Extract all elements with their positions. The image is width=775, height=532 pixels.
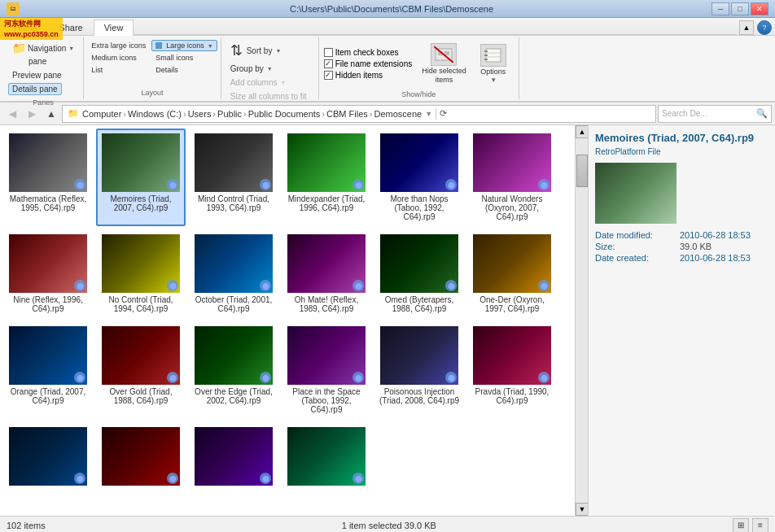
scroll-up-button[interactable]: ▲ [576, 125, 588, 138]
back-button[interactable]: ◀ [3, 105, 21, 123]
item-check-boxes-toggle[interactable]: Item check boxes [324, 48, 413, 57]
navigation-pane-button[interactable]: 📁 Navigation ▼ pane [8, 40, 78, 68]
file-name-label: Nine (Reflex, 1996, C64).rp9 [8, 295, 88, 313]
file-watermark-icon: ⬤ [74, 473, 85, 484]
svg-rect-7 [484, 55, 488, 56]
large-icons-view-toggle[interactable]: ⊞ [733, 518, 749, 533]
add-columns-button[interactable]: Add columns ▼ [226, 76, 313, 89]
file-item[interactable]: ⬤One-Der (Oxyron, 1997, C64).rp9 [467, 229, 557, 318]
file-thumbnail: ⬤ [9, 133, 87, 192]
file-item[interactable]: ⬤Poisonous Injection (Triad, 2008, C64).… [374, 321, 464, 419]
details-view-toggle[interactable]: ≡ [752, 518, 768, 533]
medium-icons-button[interactable]: Medium icons [87, 52, 150, 63]
file-name-label: Mindexpander (Triad, 1996, C64).rp9 [287, 194, 366, 212]
ribbon-group-showhide: Item check boxes File name extensions Hi… [319, 37, 519, 99]
details-layout-button[interactable]: Details [151, 64, 217, 76]
preview-pane-button[interactable]: Preview pane [8, 69, 66, 81]
file-item[interactable]: ⬤No Control (Triad, 1994, C64).rp9 [96, 229, 186, 318]
layout-group-label: Layout [87, 85, 217, 97]
file-watermark-icon: ⬤ [538, 179, 550, 190]
breadcrumb-cbm-files[interactable]: CBM Files [326, 109, 368, 119]
scrollbar[interactable]: ▲ ▼ [575, 125, 588, 516]
file-item[interactable]: ⬤Nine (Reflex, 1996, C64).rp9 [3, 229, 93, 318]
file-watermark-icon: ⬤ [445, 372, 457, 383]
file-thumbnail: ⬤ [473, 326, 551, 385]
file-watermark-icon: ⬤ [167, 372, 178, 383]
close-button[interactable]: ✕ [751, 2, 768, 15]
list-button[interactable]: List [87, 64, 150, 76]
hidden-items-checkbox[interactable] [324, 71, 333, 80]
breadcrumb-public-documents[interactable]: Public Documents [248, 109, 321, 119]
file-item[interactable]: ⬤More than Nops (Taboo, 1992, C64).rp9 [374, 129, 464, 226]
minimize-button[interactable]: ─ [712, 2, 729, 15]
file-name-label: Mathematica (Reflex, 1995, C64).rp9 [8, 194, 88, 212]
file-thumbnail: ⬤ [195, 234, 273, 293]
file-thumbnail: ⬤ [380, 326, 458, 385]
file-item[interactable]: ⬤Place in the Space (Taboo, 1992, C64).r… [282, 321, 371, 419]
ribbon-collapse-button[interactable]: ▲ [739, 20, 754, 35]
up-button[interactable]: ▲ [42, 105, 60, 123]
group-by-button[interactable]: Group by ▼ [226, 63, 313, 75]
file-watermark-icon: ⬤ [74, 179, 85, 190]
details-pane-button[interactable]: Details pane [8, 83, 62, 95]
file-item[interactable]: ⬤ [96, 422, 186, 493]
watermark: 河东软件网www.pc0359.cn [0, 18, 63, 40]
file-watermark-icon: ⬤ [260, 280, 271, 291]
scroll-track[interactable] [576, 138, 588, 503]
sort-by-button[interactable]: ⇅ Sort by ▼ [226, 40, 313, 61]
search-placeholder: Search De... [662, 109, 707, 118]
file-item[interactable]: ⬤Mindexpander (Triad, 1996, C64).rp9 [282, 129, 371, 226]
help-button[interactable]: ? [757, 20, 772, 35]
file-item[interactable]: ⬤ [3, 422, 93, 493]
file-item[interactable]: ⬤Orange (Triad, 2007, C64).rp9 [3, 321, 93, 419]
options-button[interactable]: Options ▼ [473, 41, 514, 87]
hide-selected-label2: items [436, 76, 453, 84]
breadcrumb-windows[interactable]: Windows (C:) [128, 109, 182, 119]
file-watermark-icon: ⬤ [260, 473, 271, 484]
svg-rect-8 [484, 50, 488, 52]
file-item[interactable]: ⬤ [282, 422, 371, 493]
breadcrumb-demoscene[interactable]: Demoscene [374, 109, 422, 119]
file-item[interactable]: ⬤ [189, 422, 278, 493]
size-all-columns-button[interactable]: Size all columns to fit [226, 90, 313, 102]
file-name-label: Mind Control (Triad, 1993, C64).rp9 [194, 194, 274, 212]
file-item[interactable]: ⬤Mathematica (Reflex, 1995, C64).rp9 [3, 129, 93, 226]
refresh-button[interactable]: ⟳ [440, 108, 447, 119]
file-item[interactable]: ⬤Omed (Byterapers, 1988, C64).rp9 [374, 229, 464, 318]
file-name-label: Pravda (Triad, 1990, C64).rp9 [472, 387, 552, 405]
preview-metadata: Date modified: 2010-06-28 18:53 Size: 39… [595, 230, 768, 263]
file-name-label: Place in the Space (Taboo, 1992, C64).rp… [287, 387, 366, 414]
file-thumbnail: ⬤ [195, 427, 273, 486]
file-item[interactable]: ⬤Over Gold (Triad, 1988, C64).rp9 [96, 321, 186, 419]
file-name-extensions-toggle[interactable]: File name extensions [324, 59, 413, 68]
breadcrumb-users[interactable]: Users [188, 109, 212, 119]
file-item[interactable]: ⬤Over the Edge (Triad, 2002, C64).rp9 [189, 321, 278, 419]
breadcrumb-public[interactable]: Public [217, 109, 242, 119]
status-selected-info: 1 item selected 39.0 KB [342, 521, 436, 530]
file-name-extensions-checkbox[interactable] [324, 59, 333, 68]
file-item[interactable]: ⬤Pravda (Triad, 1990, C64).rp9 [467, 321, 557, 419]
maximize-button[interactable]: □ [731, 2, 749, 15]
options-icon [480, 44, 506, 67]
breadcrumb-computer[interactable]: Computer [82, 109, 121, 119]
tab-view[interactable]: View [94, 20, 134, 36]
item-check-boxes-checkbox[interactable] [324, 48, 333, 57]
address-bar[interactable]: 📁 Computer › Windows (C:) › Users › Publ… [62, 105, 656, 123]
svg-rect-2 [444, 51, 449, 55]
file-item[interactable]: ⬤Memoires (Triad, 2007, C64).rp9 [96, 129, 186, 226]
file-item[interactable]: ⬤Mind Control (Triad, 1993, C64).rp9 [189, 129, 278, 226]
file-item[interactable]: ⬤Oh Mate! (Reflex, 1989, C64).rp9 [282, 229, 371, 318]
hidden-items-toggle[interactable]: Hidden items [324, 71, 413, 80]
status-items-count: 102 items [7, 521, 46, 530]
large-icons-button[interactable]: Large icons ▼ [151, 40, 217, 51]
file-item[interactable]: ⬤October (Triad, 2001, C64).rp9 [189, 229, 278, 318]
file-item[interactable]: ⬤Natural Wonders (Oxyron, 2007, C64).rp9 [467, 129, 557, 226]
scroll-down-button[interactable]: ▼ [576, 503, 588, 516]
extra-large-icons-button[interactable]: Extra large icons [87, 40, 150, 51]
file-name-label: More than Nops (Taboo, 1992, C64).rp9 [379, 194, 459, 221]
forward-button[interactable]: ▶ [23, 105, 41, 123]
small-icons-button[interactable]: Small icons [151, 52, 217, 63]
scroll-thumb[interactable] [576, 155, 588, 187]
search-box[interactable]: Search De... 🔍 [658, 105, 772, 123]
hide-selected-items-button[interactable]: Hide selected items [418, 40, 470, 87]
